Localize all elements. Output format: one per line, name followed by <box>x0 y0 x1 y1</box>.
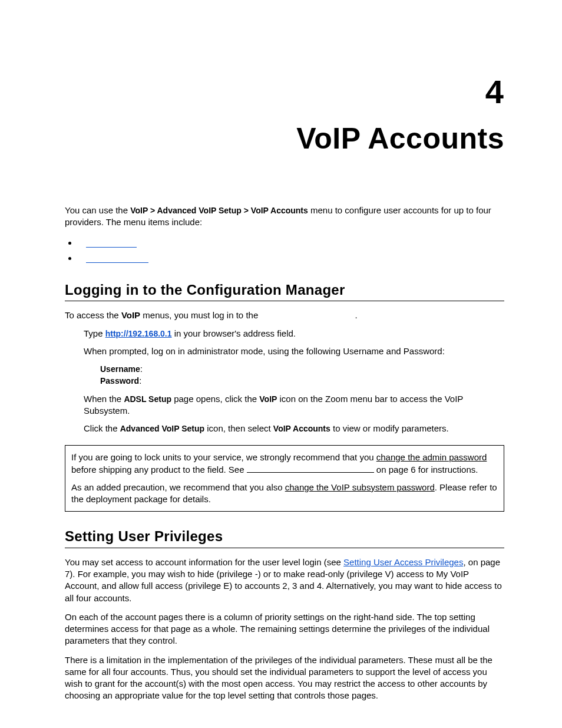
step1-pre: Type <box>84 328 105 338</box>
s4c: icon, then select <box>204 423 273 433</box>
intro-paragraph: You can use the VoIP > Advanced VoIP Set… <box>65 205 504 229</box>
login-step-url: Type http://192.168.0.1 in your browser'… <box>84 328 504 340</box>
note-p2: As an added precaution, we recommend tha… <box>71 482 498 506</box>
section-setting-privileges-title: Setting User Privileges <box>65 527 504 548</box>
intro-menu-path: VoIP > Advanced VoIP Setup > VoIP Accoun… <box>130 206 308 215</box>
n2a: As an added precaution, we recommend tha… <box>71 482 285 492</box>
note-p1: If you are going to lock units to your s… <box>71 452 498 476</box>
username-colon: : <box>140 364 143 374</box>
login-step-advanced: Click the Advanced VoIP Setup icon, then… <box>84 423 504 434</box>
intro-link-list <box>65 237 504 265</box>
login-p1-post: menus, you must log in to the <box>140 310 260 320</box>
login-p1-end: . <box>355 310 357 320</box>
priv-p2: On each of the account pages there is a … <box>65 611 504 647</box>
n2u1: change the VoIP subsystem password <box>285 482 435 492</box>
intro-link-item-2 <box>78 252 504 264</box>
n1b: before shipping any product to the field… <box>71 465 247 475</box>
password-label: Password <box>100 376 139 386</box>
pp1a: You may set access to account informatio… <box>65 557 343 567</box>
login-p1-bold: VoIP <box>121 310 140 320</box>
step1-post: in your browser's address field. <box>172 328 296 338</box>
s3a: When the <box>84 394 124 404</box>
login-step-adsl: When the ADSL Setup page opens, click th… <box>84 393 504 417</box>
chapter-number: 4 <box>65 70 504 114</box>
s4a: Click the <box>84 423 120 433</box>
setting-user-access-privileges-link[interactable]: Setting User Access Privileges <box>343 557 463 567</box>
admin-password-note: If you are going to lock units to your s… <box>65 445 504 512</box>
s4e: to view or modify parameters. <box>330 423 449 433</box>
s4b: Advanced VoIP Setup <box>120 424 204 433</box>
n1a: If you are going to lock units to your s… <box>71 452 376 462</box>
blank-link-1[interactable] <box>86 239 137 248</box>
priv-p3: There is a limitation in the implementat… <box>65 654 504 702</box>
s3c: page opens, click the <box>171 394 259 404</box>
login-access-line: To access the VoIP menus, you must log i… <box>65 309 504 321</box>
login-step-prompt: When prompted, log on in administrator m… <box>84 345 504 357</box>
chapter-title: VoIP Accounts <box>65 119 504 159</box>
n1u1: change the admin password <box>376 452 487 462</box>
credentials-block: Username: Password: <box>100 363 504 387</box>
n1c: on page 6 for instructions. <box>374 465 478 475</box>
s4d: VoIP Accounts <box>273 424 330 433</box>
blank-link-2[interactable] <box>86 254 148 263</box>
config-url-link[interactable]: http://192.168.0.1 <box>105 329 172 338</box>
priv-p1: You may set access to account informatio… <box>65 556 504 604</box>
login-p1-pre: To access the <box>65 310 121 320</box>
username-label: Username <box>100 364 140 374</box>
s3b: ADSL Setup <box>124 394 171 404</box>
password-colon: : <box>139 375 141 386</box>
section-logging-in-title: Logging in to the Configuration Manager <box>65 281 504 301</box>
intro-link-item-1 <box>78 237 504 249</box>
note-blank-ref <box>247 472 374 473</box>
intro-pre: You can use the <box>65 205 130 215</box>
s3d: VoIP <box>259 394 277 404</box>
